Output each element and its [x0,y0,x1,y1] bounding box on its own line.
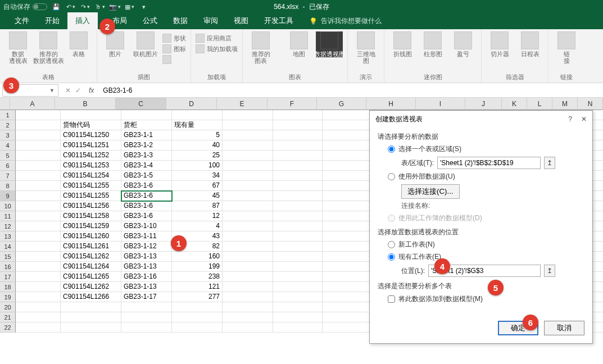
cell[interactable] [16,140,61,151]
cell[interactable]: GB23-1-1 [121,130,172,140]
cell[interactable] [16,272,61,282]
cell[interactable] [273,252,323,262]
cell[interactable]: 34 [172,171,223,181]
cell[interactable]: C901154L1250 [61,130,121,140]
cell[interactable]: 45 [172,191,223,201]
tab-data[interactable]: 数据 [165,12,196,29]
cell[interactable] [16,181,61,191]
form-icon[interactable]: ▦▾ [124,1,135,12]
cell[interactable] [16,252,61,262]
cell[interactable]: C901154L1265 [61,272,121,282]
cell[interactable]: C901154L1252 [61,151,121,161]
cell[interactable] [223,201,273,211]
cell[interactable]: GB23-1-2 [121,140,172,151]
cell[interactable] [16,201,61,211]
cancel-icon[interactable]: ✕ [65,87,71,94]
cell[interactable] [223,242,273,252]
column-header[interactable]: A [10,98,55,110]
enter-icon[interactable]: ✓ [75,87,81,94]
row-header[interactable]: 17 [0,272,16,282]
cell[interactable] [323,161,372,171]
cell[interactable] [273,151,323,161]
row-header[interactable]: 22 [0,322,16,333]
row-header[interactable]: 4 [0,140,16,151]
row-header[interactable]: 14 [0,242,16,252]
cell[interactable]: GB23-1-6 [121,201,172,211]
row-header[interactable]: 3 [0,130,16,140]
cell[interactable] [323,191,372,201]
cell[interactable] [273,322,323,333]
cell[interactable] [16,242,61,252]
cell[interactable] [16,312,61,322]
link-button[interactable]: 链 接 [553,31,580,64]
cell[interactable]: C901154L1262 [61,282,121,292]
cell[interactable]: 100 [172,161,223,171]
cell[interactable]: 160 [172,252,223,262]
cell[interactable] [223,140,273,151]
row-header[interactable]: 5 [0,151,16,161]
cell[interactable] [273,211,323,221]
dialog-titlebar[interactable]: 创建数据透视表 ? ✕ [370,111,592,128]
tab-home[interactable]: 开始 [37,12,67,29]
map-button[interactable]: 地图 [285,31,312,57]
location-ref-button[interactable]: ↥ [544,265,555,277]
cell[interactable] [273,191,323,201]
cell[interactable] [16,322,61,333]
cell[interactable] [323,221,372,231]
cell[interactable] [323,120,372,130]
range-ref-button[interactable]: ↥ [544,157,555,169]
cell[interactable] [223,130,273,140]
cell[interactable]: GB23-1-3 [121,151,172,161]
cell[interactable] [61,302,121,312]
cell[interactable]: C901154L1262 [61,252,121,262]
close-icon[interactable]: ✕ [581,115,587,123]
formula-value[interactable]: GB23-1-6 [97,87,132,94]
cell[interactable] [273,292,323,302]
table-button[interactable]: 表格 [65,31,92,57]
cell[interactable] [273,110,323,120]
cell[interactable] [223,302,273,312]
cell[interactable]: C901154L1256 [61,201,121,211]
check-multi-tables[interactable]: 将此数据添加到数据模型(M) [388,294,584,304]
column-header[interactable]: H [366,98,416,110]
cell[interactable]: 40 [172,140,223,151]
cell[interactable]: C901154L1254 [61,171,121,181]
cell[interactable] [273,262,323,272]
cell[interactable]: 现有量 [172,120,223,130]
cell[interactable] [273,221,323,231]
cell[interactable]: GB23-1-13 [121,252,172,262]
cell[interactable] [273,171,323,181]
qat-customize-icon[interactable]: ▾ [138,1,149,12]
row-header[interactable]: 16 [0,262,16,272]
cell[interactable] [273,181,323,191]
cell[interactable] [223,161,273,171]
cell[interactable] [16,151,61,161]
tab-insert[interactable]: 插入 [67,12,98,29]
more-illus-button[interactable] [162,55,186,64]
cell[interactable]: C901154L1260 [61,231,121,242]
cell[interactable]: GB23-1-11 [121,231,172,242]
row-header[interactable]: 11 [0,211,16,221]
cell[interactable] [323,282,372,292]
cell[interactable]: GB23-1-16 [121,272,172,282]
cell[interactable] [323,262,372,272]
radio-existing[interactable]: 现有工作表(E) [388,252,584,262]
cell[interactable] [323,302,372,312]
timeline-button[interactable]: 日程表 [516,31,543,57]
cell[interactable] [273,302,323,312]
cell[interactable]: 67 [172,181,223,191]
cell[interactable]: C901154L1255 [61,191,121,201]
cell[interactable]: C901154L1261 [61,242,121,252]
cell[interactable] [323,130,372,140]
cell[interactable]: 5 [172,130,223,140]
store-button[interactable]: 应用商店 [196,34,238,43]
cell[interactable] [223,292,273,302]
picture-button[interactable]: 图片 [102,31,129,57]
cell[interactable] [223,191,273,201]
column-header[interactable]: F [268,98,317,110]
column-header[interactable]: B [55,98,116,110]
cell[interactable] [172,302,223,312]
cell[interactable]: C901154L1258 [61,211,121,221]
range-input[interactable] [437,157,541,169]
cell[interactable] [273,120,323,130]
